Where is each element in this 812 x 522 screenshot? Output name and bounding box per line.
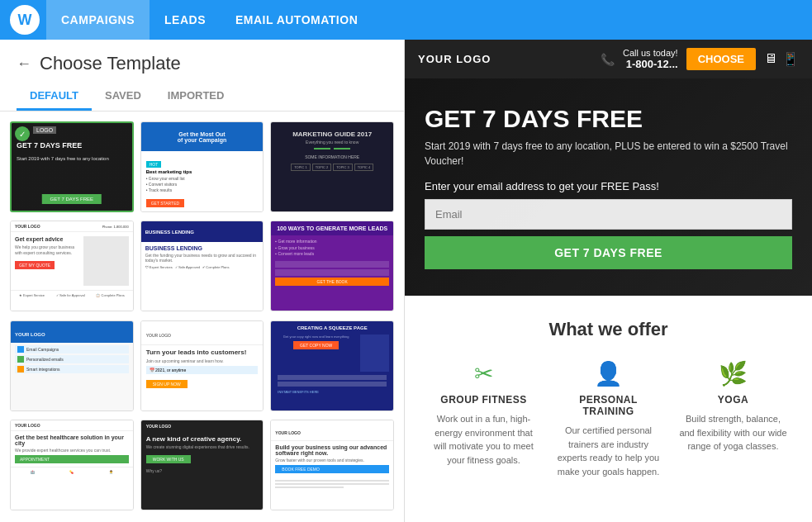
- template-card-11[interactable]: YOUR LOGO A new kind of creative agency.…: [140, 420, 264, 510]
- mobile-view-icon[interactable]: 📱: [782, 51, 799, 67]
- app-logo: W: [10, 5, 40, 35]
- hero-cta-button[interactable]: GET 7 DAYS FREE: [425, 236, 792, 269]
- tab-saved[interactable]: SAVED: [92, 83, 154, 111]
- desktop-view-icon[interactable]: 🖥: [764, 51, 777, 67]
- left-header: ← Choose Template DEFAULT SAVED IMPORTED: [0, 40, 404, 112]
- tab-default[interactable]: DEFAULT: [17, 83, 92, 111]
- nav-item-campaigns[interactable]: CAMPAIGNS: [46, 0, 150, 40]
- preview-offer-section: What we offer ✂ GROUP FITNESS Work out i…: [405, 296, 812, 501]
- template-grid: ✓ LOGO GET 7 DAYS FREE Start 2019 with 7…: [0, 112, 404, 522]
- hero-subtext: Start 2019 with 7 days free to any locat…: [425, 139, 792, 168]
- template-tabs: DEFAULT SAVED IMPORTED: [17, 83, 387, 111]
- email-input[interactable]: [425, 199, 792, 230]
- preview-header-right: 📞 Call us today! 1-800-12... CHOOSE 🖥 📱: [601, 48, 799, 70]
- preview-header: YOUR LOGO 📞 Call us today! 1-800-12... C…: [405, 40, 812, 78]
- phone-icon: 📞: [601, 53, 615, 66]
- page-title: Choose Template: [40, 53, 181, 74]
- offer-desc-group-fitness: Work out in a fun, high-energy environme…: [428, 412, 540, 467]
- template-card-6[interactable]: 100 WAYS TO GENERATE MORE LEADS Get more…: [270, 221, 394, 311]
- right-panel: YOUR LOGO 📞 Call us today! 1-800-12... C…: [405, 40, 812, 522]
- preview-hero-content: GET 7 DAYS FREE Start 2019 with 7 days f…: [425, 105, 792, 269]
- hero-headline: GET 7 DAYS FREE: [425, 105, 792, 132]
- back-button[interactable]: ←: [17, 55, 31, 73]
- offer-item-yoga: 🌿 YOGA Build strength, balance, and flex…: [677, 360, 790, 478]
- preview-hero-section: GET 7 DAYS FREE Start 2019 with 7 days f…: [405, 78, 812, 296]
- template-card-12[interactable]: YOUR LOGO Build your business using our …: [270, 420, 394, 510]
- main-layout: ← Choose Template DEFAULT SAVED IMPORTED…: [0, 40, 812, 522]
- offer-title: What we offer: [421, 319, 795, 340]
- yoga-icon: 🌿: [677, 360, 790, 387]
- group-fitness-icon: ✂: [428, 360, 540, 387]
- tab-imported[interactable]: IMPORTED: [154, 83, 238, 111]
- template-card-9[interactable]: CREATING A SQUEEZE PAGE Get your copy ri…: [270, 320, 394, 411]
- back-row: ← Choose Template: [17, 53, 387, 74]
- template-card-1[interactable]: ✓ LOGO GET 7 DAYS FREE Start 2019 with 7…: [10, 121, 134, 212]
- offer-item-personal-training: 👤 PERSONAL TRAINING Our certified person…: [553, 360, 665, 478]
- template-card-10[interactable]: YOUR LOGO Get the best healthcare soluti…: [10, 420, 134, 510]
- offer-desc-personal-training: Our certified personal trainers are indu…: [553, 424, 665, 478]
- offer-label-yoga: YOGA: [677, 394, 790, 406]
- offer-item-group-fitness: ✂ GROUP FITNESS Work out in a fun, high-…: [428, 360, 540, 478]
- template-card-2[interactable]: Get the Most Outof your Campaign HOT Bes…: [140, 121, 264, 212]
- top-navigation: W CAMPAIGNS LEADS EMAIL AUTOMATION: [0, 0, 812, 40]
- nav-item-email-automation[interactable]: EMAIL AUTOMATION: [221, 0, 373, 40]
- template-card-4[interactable]: YOUR LOGO Phone: 1-800-000 Get expert ad…: [10, 221, 134, 311]
- offer-label-group-fitness: GROUP FITNESS: [428, 394, 540, 406]
- view-toggle-icons: 🖥 📱: [764, 51, 799, 67]
- template-card-3[interactable]: MARKETING GUIDE 2017 Everything you need…: [270, 121, 394, 212]
- hero-form-label: Enter your email address to get your FRE…: [425, 180, 792, 192]
- offer-items: ✂ GROUP FITNESS Work out in a fun, high-…: [421, 360, 795, 478]
- template-card-5[interactable]: BUSINESS LENDING BUSINESS LENDING Get th…: [140, 221, 264, 311]
- preview-call-info: Call us today! 1-800-12...: [623, 48, 678, 70]
- offer-desc-yoga: Build strength, balance, and flexibility…: [677, 412, 790, 453]
- personal-training-icon: 👤: [553, 360, 665, 387]
- offer-label-personal-training: PERSONAL TRAINING: [553, 394, 665, 417]
- left-panel: ← Choose Template DEFAULT SAVED IMPORTED…: [0, 40, 405, 522]
- preview-logo-text: YOUR LOGO: [418, 53, 491, 65]
- nav-item-leads[interactable]: LEADS: [150, 0, 221, 40]
- template-card-7[interactable]: YOUR LOGO Email Campaigns Personalized e…: [10, 320, 134, 411]
- template-card-8[interactable]: YOUR LOGO Turn your leads into customers…: [140, 320, 264, 411]
- choose-template-button[interactable]: CHOOSE: [686, 48, 756, 70]
- nav-items: CAMPAIGNS LEADS EMAIL AUTOMATION: [46, 0, 373, 40]
- selected-check-icon: ✓: [15, 126, 30, 141]
